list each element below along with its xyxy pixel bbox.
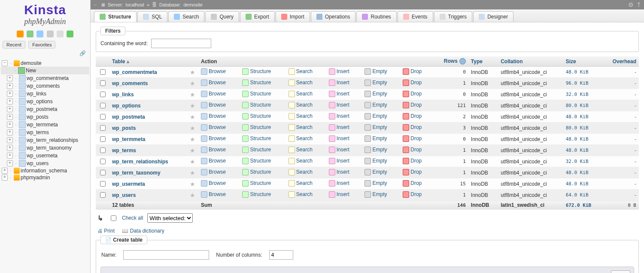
action-search[interactable]: Search (289, 102, 313, 108)
action-drop[interactable]: Drop (403, 124, 422, 131)
col-type[interactable]: Type (471, 58, 483, 64)
tree-item-wp-term-relationships[interactable]: +·wp_term_relationships (1, 136, 89, 144)
row-checkbox[interactable] (100, 69, 106, 75)
action-structure[interactable]: Structure (242, 191, 271, 198)
row-checkbox[interactable] (100, 136, 106, 142)
action-drop[interactable]: Drop (403, 158, 422, 164)
action-browse[interactable]: Browse (201, 102, 226, 108)
row-size[interactable]: 48.0 KiB (566, 170, 589, 175)
col-overhead[interactable]: Overhead (613, 58, 636, 64)
favorite-star-icon[interactable]: ★ (190, 91, 195, 98)
action-insert[interactable]: Insert (329, 91, 349, 97)
expand-icon[interactable]: + (7, 129, 13, 135)
action-empty[interactable]: Empty (365, 113, 387, 120)
action-empty[interactable]: Empty (365, 135, 387, 142)
action-search[interactable]: Search (289, 135, 313, 142)
expand-icon[interactable]: + (7, 91, 13, 97)
action-browse[interactable]: Browse (201, 180, 226, 187)
tab-sql[interactable]: SQL (137, 11, 167, 22)
action-drop[interactable]: Drop (403, 113, 422, 120)
action-empty[interactable]: Empty (365, 180, 387, 187)
action-insert[interactable]: Insert (329, 169, 349, 175)
action-drop[interactable]: Drop (403, 191, 422, 198)
tree-item-phpmyadmin[interactable]: +·phpmyadmin (1, 174, 89, 181)
tree-item-demosite[interactable]: −·demosite (1, 60, 89, 67)
favorite-star-icon[interactable]: ★ (190, 136, 195, 143)
tab-query[interactable]: Query (205, 11, 239, 22)
tab-operations[interactable]: Operations (311, 11, 356, 22)
action-insert[interactable]: Insert (329, 191, 349, 198)
action-drop[interactable]: Drop (403, 91, 422, 97)
row-size[interactable]: 80.0 KiB (566, 125, 589, 131)
action-structure[interactable]: Structure (242, 91, 271, 97)
action-insert[interactable]: Insert (329, 158, 349, 164)
favorite-star-icon[interactable]: ★ (190, 69, 195, 76)
table-name-link[interactable]: wp_options (112, 103, 141, 109)
row-checkbox[interactable] (100, 170, 106, 175)
tree-item-wp-usermeta[interactable]: +·wp_usermeta (1, 152, 89, 160)
favorite-star-icon[interactable]: ★ (190, 113, 195, 120)
favorite-star-icon[interactable]: ★ (190, 181, 195, 187)
favorite-star-icon[interactable]: ★ (190, 102, 195, 109)
action-empty[interactable]: Empty (365, 191, 387, 198)
action-drop[interactable]: Drop (403, 147, 422, 153)
check-all-checkbox[interactable] (111, 215, 116, 221)
tree-item-wp-posts[interactable]: +·wp_posts (1, 113, 89, 121)
table-name-link[interactable]: wp_term_relationships (112, 159, 168, 165)
gear-icon[interactable] (57, 31, 64, 37)
expand-icon[interactable]: − (2, 60, 8, 66)
expand-icon[interactable]: + (2, 175, 8, 181)
tab-search[interactable]: Search (168, 11, 204, 22)
action-empty[interactable]: Empty (365, 91, 387, 97)
expand-icon[interactable]: + (7, 153, 13, 159)
tree-item-wp-termmeta[interactable]: +·wp_termmeta (1, 121, 89, 129)
favorite-star-icon[interactable]: ★ (190, 80, 195, 87)
col-size[interactable]: Size (566, 58, 576, 64)
action-browse[interactable]: Browse (201, 169, 226, 175)
table-name-link[interactable]: wp_comments (112, 80, 148, 86)
tab-routines[interactable]: Routines (356, 11, 396, 22)
action-search[interactable]: Search (289, 158, 313, 164)
action-structure[interactable]: Structure (242, 158, 271, 164)
action-browse[interactable]: Browse (201, 158, 226, 164)
home-icon[interactable] (17, 31, 24, 37)
action-browse[interactable]: Browse (201, 68, 226, 75)
action-insert[interactable]: Insert (329, 113, 349, 120)
settings-icon[interactable] (47, 31, 54, 37)
tree-item-wp-users[interactable]: +·wp_users (1, 160, 89, 167)
action-search[interactable]: Search (289, 68, 313, 75)
expand-icon[interactable]: + (7, 137, 13, 143)
action-browse[interactable]: Browse (201, 191, 226, 198)
table-name-link[interactable]: wp_terms (112, 147, 136, 153)
table-name-link[interactable]: wp_posts (112, 125, 136, 131)
filter-input[interactable] (151, 39, 211, 48)
table-name-link[interactable]: wp_term_taxonomy (112, 170, 161, 176)
check-all-link[interactable]: Check all (122, 215, 143, 221)
action-structure[interactable]: Structure (242, 169, 271, 175)
table-name-link[interactable]: wp_usermeta (112, 181, 145, 187)
expand-icon[interactable]: + (7, 114, 13, 120)
page-settings-icon[interactable]: ⚙ (628, 1, 634, 8)
action-search[interactable]: Search (289, 124, 313, 131)
row-checkbox[interactable] (100, 159, 106, 164)
docs-icon[interactable] (36, 31, 43, 37)
action-drop[interactable]: Drop (403, 102, 422, 108)
action-insert[interactable]: Insert (329, 102, 349, 108)
action-search[interactable]: Search (289, 147, 313, 153)
row-size[interactable]: 64.0 KiB (566, 192, 589, 198)
row-checkbox[interactable] (100, 147, 106, 153)
action-empty[interactable]: Empty (365, 80, 387, 86)
action-drop[interactable]: Drop (403, 180, 422, 187)
action-structure[interactable]: Structure (242, 147, 271, 153)
tab-import[interactable]: Import (276, 11, 310, 22)
expand-icon[interactable]: + (7, 145, 13, 151)
row-size[interactable]: 48.0 KiB (566, 114, 589, 120)
favorite-star-icon[interactable]: ★ (190, 192, 195, 199)
tree-item-information-schema[interactable]: +·information_schema (1, 167, 89, 174)
tab-triggers[interactable]: Triggers (434, 11, 473, 22)
tab-events[interactable]: Events (398, 11, 433, 22)
tree-item-wp-commentmeta[interactable]: +·wp_commentmeta (1, 74, 89, 82)
collapse-top-icon[interactable]: ⤒ (636, 1, 641, 8)
create-cols-input[interactable] (269, 250, 293, 260)
row-size[interactable]: 32.0 KiB (566, 92, 589, 97)
